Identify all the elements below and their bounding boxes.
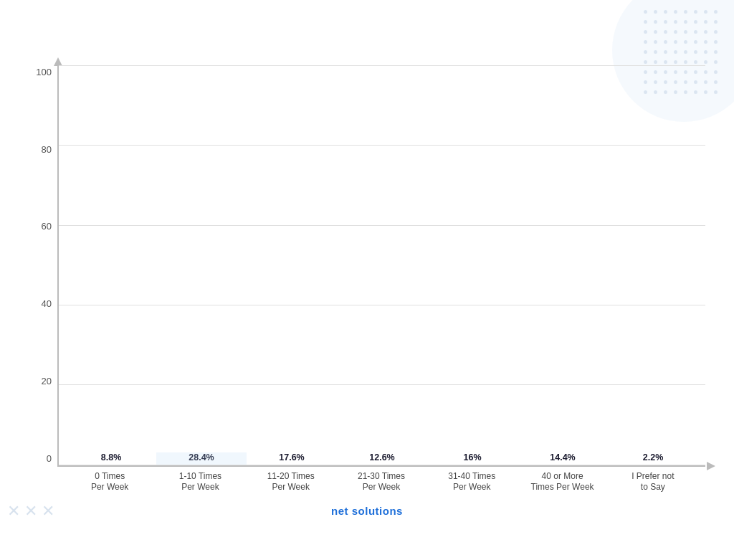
y-axis-label: 40 (42, 299, 52, 308)
bar-value-label: 16% (463, 452, 481, 462)
bar-group: 8.8% (66, 452, 156, 465)
bar-group: 12.6% (337, 452, 427, 465)
bar-value-label: 17.6% (279, 452, 304, 462)
bar-group: 16% (427, 452, 518, 465)
cross-icon-2: ✕ (24, 502, 37, 521)
x-axis-label: 21-30 TimesPer Week (336, 467, 426, 493)
grid-line (59, 225, 705, 226)
brand-logo: net solutions (331, 505, 403, 517)
x-axis-label: I Prefer notto Say (608, 467, 698, 493)
cross-icon-3: ✕ (42, 502, 54, 521)
bar-value-label: 2.2% (643, 452, 664, 462)
x-labels-row: 0 TimesPer Week1-10 TimesPer Week11-20 T… (57, 467, 705, 493)
brand-bold: solutions (352, 505, 403, 517)
chart-area: 100806040200 8.8%28.4%17.6%12.6%16%14.4%… (29, 66, 705, 493)
dot-grid-bottom-left: ✕ ✕ ✕ (7, 502, 54, 521)
y-axis-label: 100 (36, 67, 52, 77)
x-axis-label: 1-10 TimesPer Week (155, 467, 245, 493)
x-axis-label: 40 or MoreTimes Per Week (517, 467, 607, 493)
chart-container: 100806040200 8.8%28.4%17.6%12.6%16%14.4%… (0, 0, 734, 560)
x-axis-arrow (707, 462, 715, 470)
grid-line (59, 384, 705, 385)
plot-area: 8.8%28.4%17.6%12.6%16%14.4%2.2% 0 TimesP… (57, 66, 705, 493)
grid-and-bars: 8.8%28.4%17.6%12.6%16%14.4%2.2% (57, 66, 705, 467)
y-axis-label: 20 (42, 376, 52, 386)
grid-line (59, 145, 705, 146)
grid-line (59, 65, 705, 66)
bar-group: 28.4% (156, 452, 247, 465)
brand-normal: net (331, 505, 352, 517)
bar-group: 2.2% (608, 452, 698, 465)
y-axis-label: 60 (42, 222, 52, 231)
x-axis-label: 31-40 TimesPer Week (426, 467, 517, 493)
bars-row: 8.8%28.4%17.6%12.6%16%14.4%2.2% (59, 66, 705, 465)
bar-value-label: 12.6% (369, 452, 394, 462)
cross-icon-1: ✕ (7, 502, 20, 521)
bar-group: 17.6% (247, 452, 337, 465)
bar-value-label: 28.4% (189, 452, 214, 462)
grid-line (59, 465, 705, 465)
x-axis-label: 11-20 TimesPer Week (246, 467, 336, 493)
y-axis-label: 80 (42, 145, 52, 154)
bar-group: 14.4% (518, 452, 608, 465)
x-axis-label: 0 TimesPer Week (65, 467, 155, 493)
y-axis-label: 0 (47, 454, 52, 463)
grid-line (59, 305, 705, 305)
y-axis: 100806040200 (29, 66, 57, 493)
bar-value-label: 8.8% (101, 452, 122, 462)
bar-value-label: 14.4% (550, 452, 575, 462)
